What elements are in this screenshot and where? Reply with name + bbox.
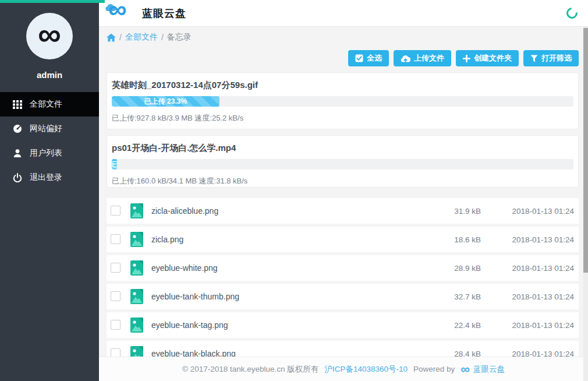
home-icon[interactable]	[107, 33, 116, 42]
open-filter-button[interactable]: 打开筛选	[523, 50, 579, 66]
file-name[interactable]: eyeblue-tank-thumb.png	[151, 292, 239, 301]
create-folder-button[interactable]: 创建文件夹	[456, 50, 519, 66]
sidebar-item-site-preferences[interactable]: 网站偏好	[0, 117, 99, 141]
page-title: 蓝眼云盘	[142, 6, 186, 20]
upload-filename: ps01开场白-开场白.怎么学.mp4	[112, 143, 573, 154]
upload-card: 英雄时刻_20170312-14点07分59s.gif 已上传 23.3% 已上…	[107, 72, 579, 129]
plus-icon	[463, 55, 470, 62]
scrollbar-track[interactable]	[583, 27, 588, 381]
row-checkbox[interactable]	[111, 320, 121, 330]
file-size: 22.4 kB	[454, 321, 481, 330]
user-icon	[12, 149, 22, 158]
sidebar-item-label: 网站偏好	[30, 124, 62, 134]
file-name[interactable]: eyeblue-tank-tag.png	[151, 320, 228, 330]
file-row[interactable]: zicla-aliceblue.png 31.9 kB 2018-01-13 0…	[107, 198, 579, 224]
main-content: / 全部文件 / 备忘录 全选 上传文件	[99, 27, 588, 357]
breadcrumb: / 全部文件 / 备忘录	[107, 32, 192, 43]
file-row[interactable]: zicla.png 18.6 kB 2018-01-13 01:24	[107, 227, 579, 252]
sidebar-item-all-files[interactable]: 全部文件	[0, 92, 99, 117]
footer: © 2017-2018 tank.eyeblue.cn 版权所有 沪ICP备14…	[99, 357, 588, 381]
row-checkbox[interactable]	[111, 291, 121, 301]
dashboard-icon	[12, 124, 22, 134]
sidebar-item-logout[interactable]: 退出登录	[0, 165, 99, 190]
toolbar: 全选 上传文件 创建文件夹	[348, 50, 579, 66]
select-all-button[interactable]: 全选	[348, 50, 389, 66]
file-name[interactable]: eyeblue-white.png	[151, 263, 218, 273]
row-checkbox[interactable]	[111, 263, 121, 273]
file-name[interactable]: eyeblue-tank-black.png	[151, 349, 236, 357]
upload-stats: 已上传:927.8 kB/3.9 MB 速度:25.2 kB/s	[112, 113, 573, 124]
check-square-icon	[355, 54, 363, 62]
sidebar-item-label: 用户列表	[30, 148, 62, 158]
progress-bar-fill: 已上传 23.3%	[112, 96, 219, 107]
footer-brand-link[interactable]: 蓝眼云盘	[473, 364, 505, 375]
image-file-icon	[130, 289, 143, 306]
file-size: 18.6 kB	[454, 235, 481, 244]
scrollbar-thumb[interactable]	[583, 28, 588, 273]
file-name[interactable]: zicla-aliceblue.png	[151, 206, 218, 216]
row-checkbox[interactable]	[111, 348, 121, 357]
cloud-upload-icon	[401, 55, 410, 62]
sidebar-item-label: 全部文件	[30, 99, 62, 110]
file-row[interactable]: eyeblue-tank-thumb.png 32.7 kB 2018-01-1…	[107, 284, 579, 309]
avatar[interactable]: ∞	[26, 13, 73, 59]
icp-link[interactable]: 沪ICP备14038360号-10	[324, 364, 408, 375]
image-file-icon	[130, 346, 143, 357]
file-size: 28.9 kB	[454, 264, 481, 273]
upload-filename: 英雄时刻_20170312-14点07分59s.gif	[112, 80, 573, 91]
power-icon	[12, 173, 22, 183]
sidebar-item-label: 退出登录	[30, 172, 62, 183]
powered-by-text: Powered by	[413, 365, 455, 373]
upload-stats: 已上传:160.0 kB/34.1 MB 速度:31.8 kB/s	[112, 176, 573, 186]
grid-icon	[12, 100, 22, 110]
image-file-icon	[130, 203, 143, 221]
breadcrumb-separator: /	[161, 33, 164, 42]
file-size: 28.4 kB	[454, 350, 481, 357]
top-accent-strip	[0, 0, 105, 3]
file-name[interactable]: zicla.png	[151, 235, 183, 244]
file-row[interactable]: eyeblue-white.png 28.9 kB 2018-01-13 01:…	[107, 255, 579, 281]
avatar-infinity-logo-icon: ∞	[38, 18, 61, 51]
row-checkbox[interactable]	[111, 234, 121, 244]
file-date: 2018-01-13 01:24	[512, 207, 574, 216]
sidebar-menu: 全部文件 网站偏好 用户列表	[0, 92, 99, 190]
app-logo-icon[interactable]: ∞	[106, 2, 136, 25]
username: admin	[0, 70, 99, 80]
file-date: 2018-01-13 01:24	[512, 264, 574, 273]
file-row[interactable]: eyeblue-tank-black.png 28.4 kB 2018-01-1…	[107, 341, 579, 357]
image-file-icon	[130, 260, 143, 278]
file-date: 2018-01-13 01:24	[512, 235, 574, 244]
breadcrumb-separator: /	[119, 33, 122, 42]
row-checkbox[interactable]	[111, 206, 121, 216]
file-size: 32.7 kB	[454, 292, 481, 301]
upload-card: ps01开场白-开场白.怎么学.mp4 已上传 已上传:160.0 kB/34.…	[107, 135, 579, 188]
file-row[interactable]: eyeblue-tank-tag.png 22.4 kB 2018-01-13 …	[107, 312, 579, 338]
copyright-text: © 2017-2018 tank.eyeblue.cn 版权所有	[182, 364, 318, 375]
breadcrumb-link-all-files[interactable]: 全部文件	[125, 32, 158, 43]
sidebar: ∞ admin 全部文件 网站偏好	[0, 0, 99, 381]
file-size: 31.9 kB	[454, 207, 481, 216]
file-date: 2018-01-13 01:24	[512, 350, 574, 357]
image-file-icon	[130, 232, 143, 249]
file-date: 2018-01-13 01:24	[512, 321, 574, 330]
breadcrumb-current: 备忘录	[167, 32, 192, 43]
sidebar-item-user-list[interactable]: 用户列表	[0, 141, 99, 165]
progress-bar-track: 已上传	[112, 159, 573, 170]
filter-icon	[530, 55, 538, 62]
progress-bar-fill: 已上传	[112, 159, 117, 170]
progress-bar-track: 已上传 23.3%	[112, 96, 573, 107]
upload-file-button[interactable]: 上传文件	[394, 50, 451, 66]
image-file-icon	[130, 318, 143, 335]
file-date: 2018-01-13 01:24	[512, 292, 574, 301]
header: ∞ 蓝眼云盘	[99, 0, 588, 27]
loading-spinner-icon	[564, 5, 580, 21]
